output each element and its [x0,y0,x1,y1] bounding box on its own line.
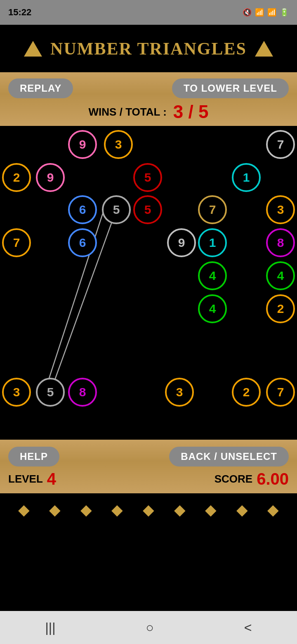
circle-c22[interactable]: 3 [2,378,31,407]
wins-label: WINS / TOTAL : [89,106,167,118]
game-area[interactable]: 937295165573769184442358327 [0,126,297,440]
level-value: 4 [47,470,56,488]
score-label: SCORE [214,473,252,485]
circle-c3[interactable]: 7 [266,130,295,159]
circle-c13[interactable]: 7 [2,228,31,257]
help-button[interactable]: HELP [8,447,59,466]
title-triangle-left [24,41,42,57]
wins-value: 3 / 5 [173,102,209,122]
circle-c9[interactable]: 5 [102,195,131,224]
score-row: LEVEL 4 SCORE 6.00 [8,470,289,488]
circle-c18[interactable]: 4 [198,261,227,290]
diamonds-bar: ◆◆◆◆◆◆◆◆◆ [0,493,297,526]
level-label: LEVEL [8,473,43,485]
circle-c15[interactable]: 9 [167,228,196,257]
top-panel: REPLAY TO LOWER LEVEL WINS / TOTAL : 3 /… [0,72,297,126]
circle-c7[interactable]: 1 [232,163,261,192]
diamond-4: ◆ [143,501,154,519]
diamond-5: ◆ [174,501,186,519]
level-display: LEVEL 4 [8,470,56,488]
title-area: NUMBER TRIANGLES [0,25,297,72]
status-bar: 15:22 🔇📶📶🔋 [0,0,297,25]
to-lower-level-button[interactable]: TO LOWER LEVEL [172,78,289,98]
wins-row: WINS / TOTAL : 3 / 5 [89,102,209,122]
circle-c23[interactable]: 5 [36,378,65,407]
circle-c14[interactable]: 6 [68,228,97,257]
circle-c5[interactable]: 9 [36,163,65,192]
diamond-6: ◆ [205,501,217,519]
circle-c4[interactable]: 2 [2,163,31,192]
nav-return-button[interactable]: < [244,620,252,635]
diamond-1: ◆ [49,501,61,519]
circle-c8[interactable]: 6 [68,195,97,224]
diamond-8: ◆ [267,501,279,519]
circle-c21[interactable]: 2 [266,294,295,323]
diamond-2: ◆ [80,501,92,519]
game-title: NUMBER TRIANGLES [50,39,247,59]
top-button-row: REPLAY TO LOWER LEVEL [8,78,289,98]
title-triangle-right [255,41,273,57]
circle-c17[interactable]: 8 [266,228,295,257]
circle-c10[interactable]: 5 [133,195,162,224]
diamond-3: ◆ [111,501,123,519]
circle-c11[interactable]: 7 [198,195,227,224]
circle-c19[interactable]: 4 [266,261,295,290]
back-unselect-button[interactable]: BACK / UNSELECT [169,447,289,466]
status-icons: 🔇📶📶🔋 [243,8,289,17]
bottom-panel: HELP BACK / UNSELECT LEVEL 4 SCORE 6.00 [0,440,297,493]
diamond-0: ◆ [18,501,30,519]
bottom-black [0,526,297,611]
circle-c24[interactable]: 8 [68,378,97,407]
circle-c26[interactable]: 2 [232,378,261,407]
circle-c2[interactable]: 3 [104,130,133,159]
circle-c20[interactable]: 4 [198,294,227,323]
status-time: 15:22 [8,7,31,18]
score-value: 6.00 [257,470,289,488]
circle-c1[interactable]: 9 [68,130,97,159]
diamond-7: ◆ [236,501,248,519]
nav-bar: ||| ○ < [0,611,297,644]
circle-c25[interactable]: 3 [165,378,194,407]
circle-c6[interactable]: 5 [133,163,162,192]
bottom-button-row: HELP BACK / UNSELECT [8,447,289,466]
nav-home-button[interactable]: ○ [146,620,153,635]
score-display: SCORE 6.00 [214,470,289,488]
nav-back-button[interactable]: ||| [45,620,56,635]
circle-c27[interactable]: 7 [266,378,295,407]
replay-button[interactable]: REPLAY [8,78,73,98]
circle-c16[interactable]: 1 [198,228,227,257]
circle-c12[interactable]: 3 [266,195,295,224]
